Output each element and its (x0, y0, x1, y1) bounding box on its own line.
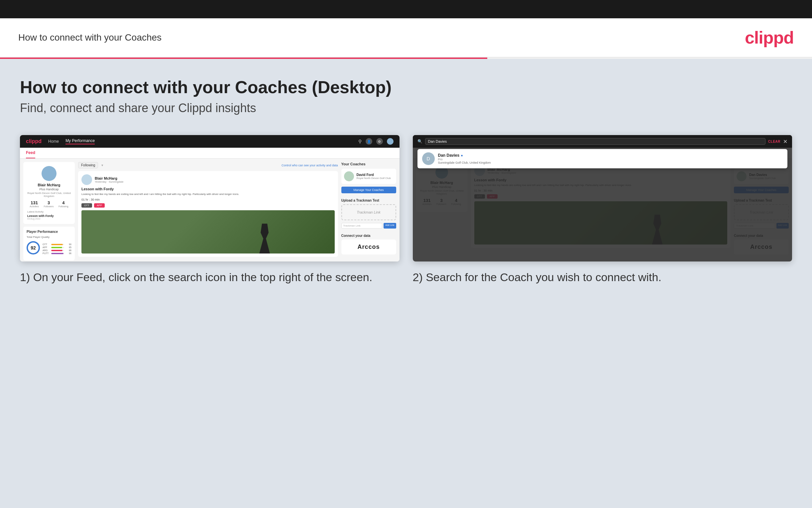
mock-right-panel: Your Coaches David Ford Royal North Devo… (341, 162, 396, 258)
coach-club: Royal North Devon Golf Club (356, 177, 391, 180)
btn-ott[interactable]: OTT (82, 203, 92, 208)
following-row: Following ▼ Control who can see your act… (78, 162, 338, 168)
result-role: Pro (438, 158, 491, 161)
search-input-value: Dan Davies (428, 139, 763, 143)
manage-coaches-button[interactable]: Manage Your Coaches (341, 186, 396, 193)
logo: clippd (745, 28, 794, 48)
close-search-button[interactable]: ✕ (783, 138, 787, 145)
step2-label: 2) Search for the Coach you wish to conn… (413, 269, 793, 286)
post-meta: Yesterday · Sunningdale (95, 180, 123, 183)
screenshot2: clippd Home My Performance ⚲ Feed (413, 135, 793, 261)
mock-left-panel: Blair McHarg Plus Handicap Royal North D… (23, 162, 75, 258)
settings-icon[interactable]: ⚙ (376, 138, 383, 145)
performance-card: Player Performance Total Player Quality … (23, 226, 75, 260)
search-nav-bar: 🔍 Dan Davies CLEAR ✕ (413, 135, 793, 148)
result-avatar: D (422, 153, 435, 165)
result-club: Sunningdale Golf Club, United Kingdom (438, 161, 491, 164)
mock-logo: clippd (26, 138, 42, 144)
trackman-input-row: Trackman Link Add Link (341, 223, 396, 228)
connect-title: Connect your data (341, 234, 396, 238)
post-avatar (82, 174, 92, 185)
trackman-field[interactable]: Trackman Link (341, 223, 383, 228)
coach-row: David Ford Royal North Devon Golf Club (341, 169, 396, 184)
profile-handicap: Plus Handicap (27, 187, 71, 191)
screenshot2-inner: clippd Home My Performance ⚲ Feed (413, 135, 793, 261)
latest-activity-val: Lesson with Fordy (27, 214, 71, 218)
avatar (42, 166, 56, 181)
search-result-item[interactable]: D Dan Davies ● Pro Sunningdale Golf Club… (418, 149, 788, 168)
main-title: How to connect with your Coaches (Deskto… (20, 77, 792, 97)
nav-my-performance: My Performance (65, 138, 95, 144)
trackman-add-button[interactable]: Add Link (384, 223, 396, 228)
post-duration: 01 hr : 30 min (82, 198, 335, 201)
coach-name: David Ford (356, 173, 391, 177)
btn-app[interactable]: APP (94, 203, 105, 208)
mock-center-panel: Following ▼ Control who can see your act… (78, 162, 338, 258)
post-buttons: OTT APP (82, 203, 335, 208)
header: How to connect with your Coaches clippd (0, 18, 812, 57)
mock-tabs-1: Feed (20, 148, 399, 159)
search-overlay: 🔍 Dan Davies CLEAR ✕ D (413, 135, 793, 261)
clear-button[interactable]: CLEAR (768, 140, 780, 143)
user-avatar-icon[interactable] (387, 138, 393, 145)
bar-app: APP 85 (43, 246, 71, 249)
post-text: Looking to feel like my hands are exitin… (82, 192, 335, 196)
coach-avatar (344, 171, 354, 181)
stat-following: 4 Following (58, 200, 68, 208)
main-content: How to connect with your Coaches (Deskto… (0, 59, 812, 508)
trackman-title: Upload a Trackman Test (341, 199, 396, 202)
result-info: Dan Davies ● Pro Sunningdale Golf Club, … (438, 153, 491, 164)
search-dropdown: D Dan Davies ● Pro Sunningdale Golf Club… (418, 149, 788, 168)
profile-club: Royal North Devon Golf Club, United King… (27, 192, 71, 198)
performance-sub: Total Player Quality (27, 236, 71, 239)
arccos-card: Arccos (341, 240, 396, 254)
post-image (82, 210, 335, 254)
page-title: How to connect with your Coaches (18, 32, 161, 43)
coaches-title: Your Coaches (341, 162, 396, 166)
profile-stats: 131 Activities 3 Followers 4 (27, 200, 71, 208)
post-title: Lesson with Fordy (82, 187, 335, 191)
main-subtitle: Find, connect and share your Clippd insi… (20, 101, 792, 115)
trackman-box: Trackman Link (341, 204, 396, 220)
screenshot1-wrapper: clippd Home My Performance ⚲ 👤 ⚙ Feed (20, 135, 399, 286)
feed-post: Blair McHarg Yesterday · Sunningdale Les… (78, 171, 338, 257)
mock-nav-right: ⚲ 👤 ⚙ (358, 138, 393, 145)
tab-feed[interactable]: Feed (26, 148, 35, 158)
top-bar (0, 0, 812, 18)
step1-label: 1) On your Feed, click on the search ico… (20, 269, 399, 286)
profile-icon[interactable]: 👤 (366, 138, 372, 145)
result-name: Dan Davies (438, 153, 460, 158)
latest-activity-label: Latest Activity (27, 210, 71, 213)
control-link[interactable]: Control who can see your activity and da… (282, 164, 338, 167)
post-author: Blair McHarg (95, 176, 123, 180)
score-circle: 92 (27, 241, 40, 254)
search-icon-overlay: 🔍 (418, 139, 423, 144)
search-input-field[interactable]: Dan Davies (425, 138, 766, 145)
profile-card: Blair McHarg Plus Handicap Royal North D… (23, 162, 75, 224)
latest-activity-date: 03 Aug 2022 (27, 218, 71, 220)
following-button[interactable]: Following (78, 162, 98, 168)
stat-followers: 3 Followers (44, 200, 54, 208)
mock-body-1: Blair McHarg Plus Handicap Royal North D… (20, 159, 399, 261)
screenshots-row: clippd Home My Performance ⚲ 👤 ⚙ Feed (20, 135, 792, 286)
screenshot2-wrapper: clippd Home My Performance ⚲ Feed (413, 135, 793, 286)
mock-app-1: clippd Home My Performance ⚲ 👤 ⚙ Feed (20, 135, 399, 261)
bar-ott: OTT 90 (43, 243, 71, 246)
bar-putt: PUTT 96 (43, 252, 71, 254)
performance-title: Player Performance (27, 230, 71, 234)
screenshot1: clippd Home My Performance ⚲ 👤 ⚙ Feed (20, 135, 399, 261)
bar-arg: ARG 86 (43, 249, 71, 252)
stat-activities: 131 Activities (30, 200, 39, 208)
search-icon[interactable]: ⚲ (358, 139, 362, 144)
verified-icon: ● (461, 153, 463, 157)
golfer-silhouette (258, 223, 271, 254)
nav-home: Home (48, 139, 59, 144)
post-header: Blair McHarg Yesterday · Sunningdale (82, 174, 335, 185)
mock-nav-1: clippd Home My Performance ⚲ 👤 ⚙ (20, 135, 399, 148)
profile-name: Blair McHarg (27, 183, 71, 187)
